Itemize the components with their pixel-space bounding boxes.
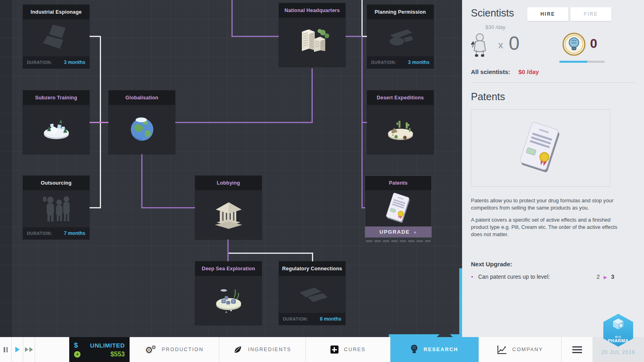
upgrade-button[interactable]: UPGRADE ▲ xyxy=(365,226,431,237)
duration-value: 3 months xyxy=(64,60,85,65)
research-node-regulatory-connections[interactable]: Regulatory Connections DURATION: 8 month… xyxy=(279,261,345,325)
tab-cures[interactable]: CURES xyxy=(306,337,390,362)
people-silhouette-icon xyxy=(23,190,89,227)
money-display: $ UNLIMITED + $553 xyxy=(69,337,130,362)
level-from: 2 xyxy=(597,274,600,280)
research-node-lobbying[interactable]: Lobbying xyxy=(195,176,262,239)
income-plus-icon: + xyxy=(74,351,80,358)
leaf-icon xyxy=(233,345,242,354)
multiply-sign: x xyxy=(498,39,503,51)
connector-line xyxy=(361,0,363,37)
connector-line xyxy=(345,36,362,37)
research-node-desert-expeditions[interactable]: Desert Expeditions xyxy=(367,90,433,154)
cube-icon xyxy=(611,318,625,330)
research-node-outsourcing[interactable]: Outsourcing DURATION: 7 months xyxy=(23,176,89,239)
brand-name: PHARMA xyxy=(608,338,628,343)
cash-value: $553 xyxy=(110,351,125,358)
research-node-globalisation[interactable]: Globalisation xyxy=(109,90,175,154)
pause-button[interactable] xyxy=(0,337,12,362)
ledger-silhouette-icon xyxy=(279,276,345,313)
stamp-silhouette-icon xyxy=(367,19,433,56)
connector-line xyxy=(228,253,313,254)
duration-label: DURATION: xyxy=(27,231,52,236)
next-upgrade-label: Next Upgrade: xyxy=(471,261,512,267)
node-title: Deep Sea Exploration xyxy=(195,261,262,276)
fast-forward-button[interactable] xyxy=(23,337,35,362)
time-controls xyxy=(0,337,69,362)
scientists-heading: Scientists xyxy=(471,7,514,19)
tab-production[interactable]: ⚙⚙ PRODUCTION xyxy=(130,337,219,362)
duration-value: 8 months xyxy=(320,316,341,322)
node-title: Regulatory Connections xyxy=(279,261,345,276)
connector-line xyxy=(89,36,101,37)
all-scientists-value: $0 /day xyxy=(518,68,539,75)
currency-icon: $ xyxy=(74,341,78,350)
connector-line xyxy=(141,207,195,208)
connector-line xyxy=(227,239,229,261)
tab-company[interactable]: COMPANY xyxy=(479,337,561,362)
bullet-icon: ● xyxy=(471,274,473,279)
desert-island-icon xyxy=(367,105,433,154)
connector-line xyxy=(312,253,313,262)
research-node-planning-permission[interactable]: Planning Permission DURATION: 3 months xyxy=(367,5,433,68)
play-button[interactable] xyxy=(12,337,23,362)
research-node-patents[interactable]: Patents xyxy=(365,176,431,237)
upgrade-label: UPGRADE xyxy=(380,229,410,235)
node-title: Industrial Espionage xyxy=(23,5,89,19)
node-title: Subzero Training xyxy=(23,90,89,105)
connector-line xyxy=(312,68,313,123)
node-title: Planning Permission xyxy=(367,5,433,19)
menu-button[interactable] xyxy=(561,337,592,362)
duration-label: DURATION: xyxy=(283,317,308,321)
bottom-toolbar: $ UNLIMITED + $553 ⚙⚙ PRODUCTION INGREDI… xyxy=(0,337,644,362)
node-title: Outsourcing xyxy=(23,176,89,190)
knowledge-bulb-icon xyxy=(562,32,586,58)
patent-description-2: A patent covers a specific set of active… xyxy=(471,216,629,238)
connector-line xyxy=(231,36,279,37)
fire-button[interactable]: FIRE xyxy=(570,7,611,21)
budget-value: UNLIMITED xyxy=(90,342,125,349)
laptop-silhouette-icon xyxy=(23,19,89,56)
node-title: National Headquarters xyxy=(279,3,345,18)
hire-button[interactable]: HIRE xyxy=(527,7,568,21)
fast-forward-icon xyxy=(25,347,33,352)
scientist-icon xyxy=(469,32,489,59)
tab-research[interactable]: RESEARCH xyxy=(390,337,479,362)
patent-document-icon xyxy=(365,190,431,226)
gears-icon: ⚙⚙ xyxy=(145,345,156,355)
research-node-subzero-training[interactable]: Subzero Training xyxy=(23,90,89,154)
brand-top: BIG xyxy=(615,335,621,338)
upgrade-effect-text: Can patent cures up to level: xyxy=(478,274,550,280)
lightbulb-icon xyxy=(411,344,418,355)
research-node-industrial-espionage[interactable]: Industrial Espionage DURATION: 3 months xyxy=(23,5,89,68)
research-node-national-headquarters[interactable]: National Headquarters xyxy=(279,3,345,67)
research-detail-panel: Scientists HIRE FIRE $30 /day x 0 xyxy=(462,0,644,337)
big-pharma-research-screen: Industrial Espionage DURATION: 3 months … xyxy=(0,0,644,362)
patent-document-icon xyxy=(518,120,563,176)
node-title: Globalisation xyxy=(109,90,175,105)
all-scientists-label: All scientists: xyxy=(471,68,510,75)
node-title: Lobbying xyxy=(195,176,262,190)
tab-ingredients[interactable]: INGREDIENTS xyxy=(219,337,306,362)
connector-line xyxy=(89,122,109,123)
play-icon xyxy=(15,347,20,352)
upgrade-effect-row: ● Can patent cures up to level: 2 ▶ 3 xyxy=(471,274,629,280)
chart-icon xyxy=(497,345,507,354)
tree-scrollbar[interactable] xyxy=(459,268,462,337)
level-arrow-icon: ▶ xyxy=(604,275,607,280)
level-to: 3 xyxy=(611,274,614,280)
patent-upgrade-progress xyxy=(366,240,431,242)
node-title: Patents xyxy=(365,176,431,190)
government-building-icon xyxy=(195,190,262,239)
panel-divider xyxy=(471,82,636,83)
canvas-shade xyxy=(0,0,12,337)
research-node-deep-sea-exploration[interactable]: Deep Sea Exploration xyxy=(195,261,262,325)
connector-line xyxy=(231,0,233,37)
connector-line xyxy=(141,154,142,208)
duration-value: 7 months xyxy=(64,230,85,236)
patents-heading: Patents xyxy=(471,91,505,103)
pause-icon xyxy=(4,347,8,352)
medical-cross-icon xyxy=(330,346,339,354)
active-tab-pointer xyxy=(437,329,453,337)
research-tree-canvas[interactable]: Industrial Espionage DURATION: 3 months … xyxy=(0,0,462,337)
